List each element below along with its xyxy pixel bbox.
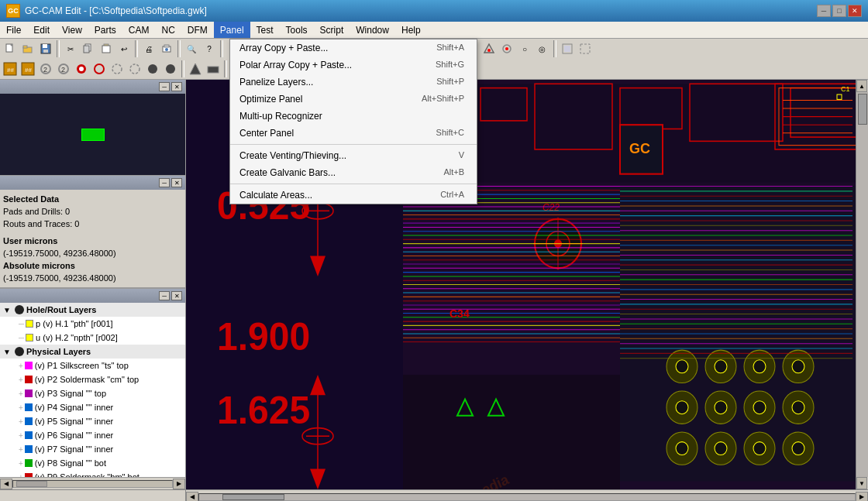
grid8-button[interactable] [498,40,515,57]
hole-rout-section[interactable]: ▼ Hole/Rout Layers [0,303,185,317]
svg-point-104 [715,360,727,373]
layer-p6[interactable]: + (v) P6 Signal "" inner [0,428,185,442]
layer-tb-btn5[interactable] [73,60,90,77]
menu-test[interactable]: Test [250,22,280,38]
cut-button[interactable]: ✂ [62,40,79,57]
toolbar-separator-1 [57,40,60,57]
layer-tree-minimize-btn[interactable]: ─ [159,291,170,300]
maximize-button[interactable]: □ [832,5,846,17]
copy-button[interactable] [80,40,97,57]
help-button[interactable]: ? [201,40,218,57]
menu-item-array-copy-paste[interactable]: Array Copy + Paste... Shift+A [230,39,477,57]
menu-nc[interactable]: NC [156,22,181,38]
svg-point-112 [715,442,727,455]
menu-cam[interactable]: CAM [122,22,156,38]
hscroll-thumb[interactable] [16,481,47,487]
layer-h1[interactable]: ─ p (v) H.1 "pth" [r001] [0,317,185,331]
menu-item-optimize[interactable]: Optimize Panel Alt+Shift+P [230,91,477,108]
preview-close-btn[interactable]: ✕ [171,82,182,91]
menu-item-galvanic[interactable]: Create Galvanic Bars... Alt+B [230,164,477,181]
open-button[interactable] [19,40,36,57]
vscroll-thumb[interactable] [858,94,867,125]
layer-tb-btn11[interactable] [187,60,204,77]
preview-shape [81,129,105,141]
view-btn1[interactable] [559,40,576,57]
menu-tools[interactable]: Tools [280,22,314,38]
physical-layers-section[interactable]: ▼ Physical Layers [0,345,185,359]
grid10-button[interactable]: ◎ [534,40,551,57]
layer-tb-btn10[interactable] [162,60,179,77]
menu-item-panelize[interactable]: Panelize Layers... Shift+P [230,74,477,91]
print-button[interactable]: 🖨 [140,40,157,57]
layer-tb-btn9[interactable] [144,60,161,77]
layer-tb-btn3[interactable]: 2 [37,60,54,77]
preview-area [0,94,185,175]
title-bar-left: GC GC-CAM Edit - [C:\Softpedia\Softpedia… [6,4,207,18]
menu-panel[interactable]: Panel [214,22,250,38]
layer-p7[interactable]: + (v) P7 Signal "" inner [0,442,185,456]
layer-tb-btn8[interactable] [126,60,143,77]
layer-tb-btn1[interactable]: ## [2,60,19,77]
svg-point-108 [715,401,727,414]
toolbar2-sep1 [181,60,184,77]
vscroll-up-btn[interactable]: ▲ [856,80,867,92]
menu-item-polar-array[interactable]: Polar Array Copy + Paste... Shift+G [230,57,477,74]
layer-tb-btn2[interactable]: ## [19,60,36,77]
menu-script[interactable]: Script [314,22,350,38]
menu-edit[interactable]: Edit [27,22,56,38]
save-button[interactable] [37,40,54,57]
grid9-button[interactable]: ○ [516,40,533,57]
hscroll-canvas-thumb[interactable] [222,494,284,500]
layer-tb-btn4[interactable]: 2 [55,60,72,77]
hscroll-canvas-left[interactable]: ◀ [186,492,198,502]
svg-point-103 [676,360,688,373]
menu-item-calculate[interactable]: Calculate Areas... Ctrl+A [230,187,477,204]
layer-p9[interactable]: + (v) P9 Soldermask "bm" bot [0,470,185,477]
layer-p2-color [25,376,33,383]
paste-button[interactable] [98,40,115,57]
menu-view[interactable]: View [56,22,88,38]
menu-dfm[interactable]: DFM [181,22,214,38]
preview-minimize-btn[interactable]: ─ [159,82,170,91]
menu-item-venting[interactable]: Create Venting/Thieving... V [230,147,477,164]
layer-p2[interactable]: + (v) P2 Soldermask "cm" top [0,372,185,386]
layer-p4[interactable]: + (v) P4 Signal "" inner [0,400,185,414]
new-button[interactable] [2,40,19,57]
minimize-button[interactable]: ─ [817,5,831,17]
close-button[interactable]: ✕ [848,5,862,17]
layer-tree-hscrollbar[interactable]: ◀ ▶ [0,477,185,489]
layer-h2[interactable]: ─ u (v) H.2 "npth" [r002] [0,331,185,345]
selected-minimize-btn[interactable]: ─ [159,178,170,187]
svg-point-105 [753,360,766,373]
undo-button[interactable]: ↩ [115,40,133,57]
grid7-button[interactable] [480,40,498,57]
layer-tb-btn12[interactable] [205,60,222,77]
layer-p3[interactable]: + (v) P3 Signal "" top [0,386,185,400]
layer-tb-btn6[interactable] [91,60,108,77]
view-btn2[interactable] [577,40,594,57]
vscroll-down-btn[interactable]: ▼ [856,477,867,489]
layer-tb-btn7[interactable] [108,60,126,77]
menu-parts[interactable]: Parts [88,22,122,38]
window-controls: ─ □ ✕ [817,5,862,17]
menu-file[interactable]: File [0,22,27,38]
zoom-pointer-button[interactable]: 🔍 [183,40,200,57]
layer-p8-label: (v) P8 Signal "" bot [35,458,106,468]
hscroll-left-btn[interactable]: ◀ [0,479,12,489]
menu-help[interactable]: Help [395,22,427,38]
print-preview-button[interactable] [158,40,175,57]
menu-window[interactable]: Window [350,22,395,38]
layer-tree-close-btn[interactable]: ✕ [171,291,182,300]
layer-p5[interactable]: + (v) P5 Signal "" inner [0,414,185,428]
selected-close-btn[interactable]: ✕ [171,178,182,187]
svg-rect-43 [564,46,570,52]
hscroll-canvas-right[interactable]: ▶ [856,492,868,502]
vscrollbar[interactable]: ▲ ▼ [856,80,868,489]
hscroll-right-btn[interactable]: ▶ [173,479,185,489]
canvas-hscrollbar[interactable]: ◀ ▶ [186,490,868,501]
layer-p1[interactable]: + (v) P1 Silkscreen "ts" top [0,359,185,372]
hole-rout-expand-icon: ▼ [2,304,12,315]
menu-item-center[interactable]: Center Panel Shift+C [230,125,477,142]
layer-p8[interactable]: + (v) P8 Signal "" bot [0,456,185,470]
menu-item-multiup[interactable]: Multi-up Recognizer [230,108,477,125]
